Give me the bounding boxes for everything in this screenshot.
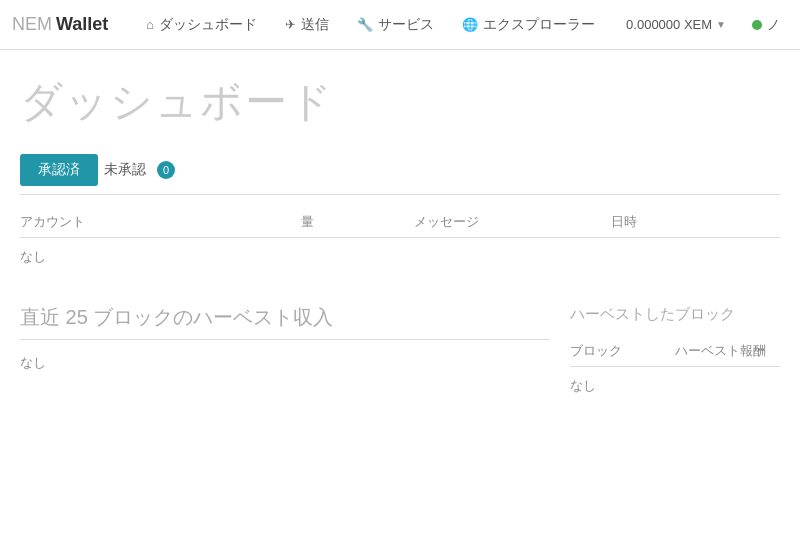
status-dot [752, 20, 762, 30]
nav-dashboard-label: ダッシュボード [159, 16, 257, 34]
col-datetime: 日時 [611, 213, 780, 231]
status-label: ノ [767, 16, 780, 34]
main-content: ダッシュボード 承認済 未承認 0 アカウント 量 メッセージ 日時 なし 直近… [0, 50, 800, 429]
harvested-block-title: ハーベストしたブロック [570, 304, 780, 324]
brand-wallet: Wallet [56, 14, 108, 35]
navbar: NEM Wallet ⌂ ダッシュボード ✈ 送信 🔧 サービス 🌐 エクスプロ… [0, 0, 800, 50]
nav-explorer[interactable]: 🌐 エクスプローラー [448, 0, 609, 50]
brand-nem: NEM [12, 14, 52, 35]
nav-dashboard[interactable]: ⌂ ダッシュボード [132, 0, 271, 50]
nav-service-label: サービス [378, 16, 434, 34]
col-reward: ハーベスト報酬 [675, 342, 780, 360]
nav-service[interactable]: 🔧 サービス [343, 0, 448, 50]
transaction-empty: なし [20, 238, 780, 276]
send-icon: ✈ [285, 17, 296, 32]
harvest-section: 直近 25 ブロックのハーベスト収入 なし ハーベストしたブロック ブロック ハ… [20, 304, 780, 405]
nav-items: ⌂ ダッシュボード ✈ 送信 🔧 サービス 🌐 エクスプローラー [132, 0, 618, 50]
harvested-block-empty: なし [570, 367, 780, 405]
brand-logo: NEM Wallet [12, 14, 108, 35]
harvest-empty: なし [20, 350, 550, 376]
balance-display[interactable]: 0.000000 XEM ▼ [618, 0, 734, 50]
transaction-tabs: 承認済 未承認 0 [20, 154, 780, 186]
harvested-block-header: ブロック ハーベスト報酬 [570, 336, 780, 367]
status-indicator[interactable]: ノ [744, 0, 788, 50]
balance-caret: ▼ [716, 19, 726, 30]
col-message: メッセージ [414, 213, 611, 231]
balance-value: 0.000000 XEM [626, 17, 712, 32]
tab-confirmed[interactable]: 承認済 [20, 154, 98, 186]
tab-unconfirmed-label: 未承認 [100, 154, 150, 186]
home-icon: ⌂ [146, 17, 154, 32]
harvest-left-panel: 直近 25 ブロックのハーベスト収入 なし [20, 304, 550, 405]
harvest-divider [20, 339, 550, 340]
page-title: ダッシュボード [20, 74, 780, 130]
harvest-title: 直近 25 ブロックのハーベスト収入 [20, 304, 550, 331]
tab-divider [20, 194, 780, 195]
nav-send[interactable]: ✈ 送信 [271, 0, 343, 50]
unconfirmed-badge: 0 [157, 161, 175, 179]
nav-explorer-label: エクスプローラー [483, 16, 595, 34]
harvested-block-panel: ハーベストしたブロック ブロック ハーベスト報酬 なし [570, 304, 780, 405]
col-block: ブロック [570, 342, 675, 360]
nav-right: 0.000000 XEM ▼ ノ [618, 0, 788, 50]
col-amount: 量 [301, 213, 414, 231]
service-icon: 🔧 [357, 17, 373, 32]
col-account: アカウント [20, 213, 301, 231]
explorer-icon: 🌐 [462, 17, 478, 32]
nav-send-label: 送信 [301, 16, 329, 34]
transaction-table-header: アカウント 量 メッセージ 日時 [20, 207, 780, 238]
